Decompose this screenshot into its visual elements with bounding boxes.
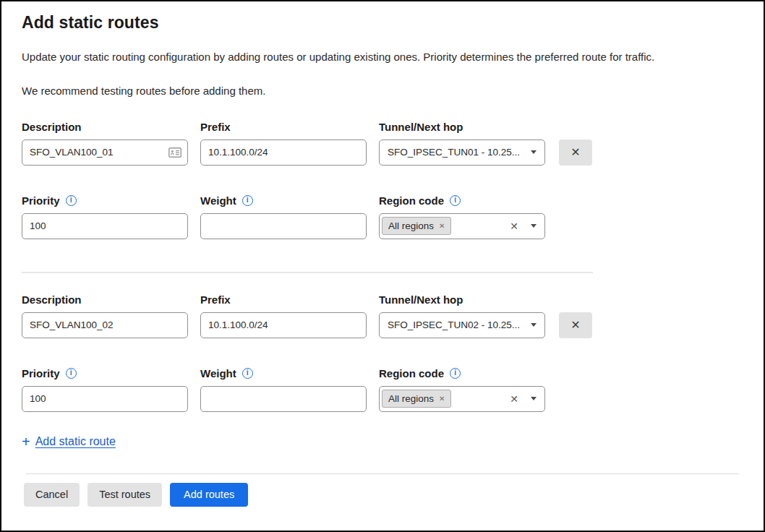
tunnel-select[interactable]: SFO_IPSEC_TUN01 - 10.25...: [379, 140, 545, 166]
route-divider: [22, 272, 593, 273]
route-2-row-top: Description Prefix Tunnel/Next hop SFO_I…: [22, 292, 743, 338]
close-icon: ✕: [570, 318, 580, 332]
region-tag-label: All regions: [388, 393, 434, 404]
weight-label: Weight: [200, 367, 236, 379]
tunnel-label: Tunnel/Next hop: [379, 293, 463, 306]
weight-input[interactable]: [200, 386, 367, 412]
route-1-row-top: Description: [22, 119, 743, 166]
tunnel-field-2: Tunnel/Next hop SFO_IPSEC_TUN02 - 10.25.…: [379, 292, 545, 338]
add-routes-button[interactable]: Add routes: [170, 483, 248, 507]
info-icon[interactable]: i: [66, 195, 77, 206]
remove-tag-icon[interactable]: ✕: [439, 395, 445, 403]
region-label: Region code: [379, 194, 444, 207]
info-icon[interactable]: i: [450, 195, 461, 206]
prefix-field-2: Prefix: [200, 292, 367, 338]
priority-label: Priority: [22, 194, 60, 207]
description-input[interactable]: [22, 312, 188, 338]
weight-field-2: Weight i: [200, 366, 367, 412]
close-icon: ✕: [570, 145, 580, 159]
region-tag: All regions ✕: [382, 390, 451, 408]
page-title: Add static routes: [22, 13, 743, 33]
info-icon[interactable]: i: [66, 368, 77, 379]
tunnel-select-value: SFO_IPSEC_TUN01 - 10.25...: [388, 147, 520, 158]
contact-card-icon: [168, 147, 181, 158]
description-field-1: Description: [22, 119, 188, 166]
chevron-down-icon: [531, 397, 537, 400]
route-section-1: Description: [22, 119, 743, 239]
route-2-row-bottom: Priority i Weight i Region code i: [22, 366, 743, 412]
tunnel-label: Tunnel/Next hop: [379, 121, 463, 133]
region-label: Region code: [379, 367, 444, 379]
plus-icon: +: [22, 434, 30, 449]
footer-actions: Cancel Test routes Add routes: [24, 483, 743, 507]
prefix-input[interactable]: [200, 140, 367, 166]
footer-divider: [26, 473, 739, 474]
recommendation-text: We recommend testing routes before addin…: [22, 84, 743, 98]
clear-icon[interactable]: ✕: [510, 394, 518, 404]
remove-tag-icon[interactable]: ✕: [439, 223, 445, 230]
add-static-route-label: Add static route: [35, 435, 116, 448]
chevron-down-icon: [531, 323, 537, 327]
info-icon[interactable]: i: [450, 368, 461, 379]
prefix-label: Prefix: [200, 293, 231, 306]
chevron-down-icon: [531, 150, 537, 154]
priority-field-1: Priority i: [22, 193, 188, 239]
region-tag-label: All regions: [388, 220, 434, 231]
tunnel-select-value: SFO_IPSEC_TUN02 - 10.25...: [388, 319, 520, 330]
info-icon[interactable]: i: [242, 368, 253, 379]
chevron-down-icon: [531, 224, 537, 228]
remove-route-button[interactable]: ✕: [559, 312, 592, 338]
add-static-route-link[interactable]: + Add static route: [22, 434, 116, 449]
prefix-label: Prefix: [200, 121, 231, 133]
remove-route-button[interactable]: ✕: [559, 140, 592, 166]
route-1-row-bottom: Priority i Weight i Region code i: [22, 193, 743, 239]
cancel-button[interactable]: Cancel: [24, 483, 80, 507]
description-input[interactable]: [22, 140, 188, 166]
info-icon[interactable]: i: [242, 195, 253, 206]
priority-field-2: Priority i: [22, 366, 188, 412]
prefix-input[interactable]: [200, 312, 367, 338]
weight-label: Weight: [200, 194, 236, 207]
region-field-2: Region code i All regions ✕ ✕: [379, 366, 545, 412]
priority-input[interactable]: [22, 386, 188, 412]
intro-text: Update your static routing configuration…: [22, 50, 743, 64]
priority-label: Priority: [22, 367, 60, 379]
region-field-1: Region code i All regions ✕ ✕: [379, 193, 545, 239]
tunnel-select[interactable]: SFO_IPSEC_TUN02 - 10.25...: [379, 312, 545, 338]
description-field-2: Description: [22, 292, 188, 338]
test-routes-button[interactable]: Test routes: [87, 483, 162, 507]
route-section-2: Description Prefix Tunnel/Next hop SFO_I…: [22, 292, 743, 412]
region-select[interactable]: All regions ✕ ✕: [379, 213, 545, 239]
priority-input[interactable]: [22, 213, 188, 239]
region-select[interactable]: All regions ✕ ✕: [379, 386, 545, 412]
tunnel-field-1: Tunnel/Next hop SFO_IPSEC_TUN01 - 10.25.…: [379, 119, 545, 166]
description-label: Description: [22, 121, 82, 133]
prefix-field-1: Prefix: [200, 119, 367, 166]
add-static-routes-dialog: Add static routes Update your static rou…: [1, 1, 764, 507]
region-tag: All regions ✕: [382, 217, 451, 235]
weight-input[interactable]: [200, 213, 367, 239]
weight-field-1: Weight i: [200, 193, 367, 239]
description-label: Description: [22, 293, 82, 306]
clear-icon[interactable]: ✕: [510, 221, 518, 231]
